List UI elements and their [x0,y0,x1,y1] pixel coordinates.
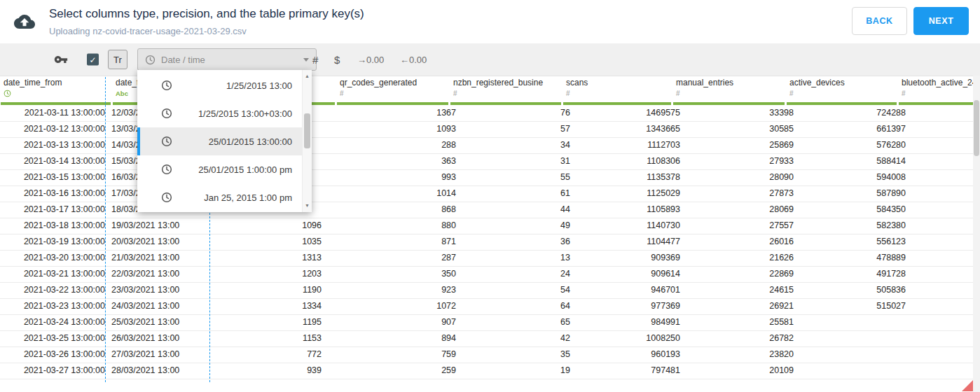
table-cell: 2021-03-13 13:00:00 [0,138,108,153]
table-cell: 2021-03-18 13:00:00 [0,218,108,234]
table-cell: 20/03/2021 13:00 [108,234,216,250]
table-cell: 1210573 [913,347,980,363]
number-type-button[interactable]: # [312,54,318,66]
table-cell: 28/03/2021 13:00 [108,363,216,379]
table-cell [801,347,913,363]
table-cell: 24 [464,267,577,282]
table-cell: 21626 [687,251,801,266]
table-cell: 588414 [801,154,913,169]
table-cell: 556123 [801,234,913,250]
table-cell: 1231104 [913,363,980,379]
table-cell: 1125029 [577,186,687,202]
table-cell: 576280 [801,138,913,153]
table-row: 2021-03-18 13:00:0019/03/2021 13:0010968… [0,218,980,234]
table-cell: 1229904 [913,218,980,234]
table-cell: 2021-03-22 13:00:00 [0,283,108,298]
dropdown-scrollbar[interactable]: ▲ ▼ [302,70,312,212]
currency-type-button[interactable]: $ [334,54,340,66]
table-cell: 2021-03-16 13:00:00 [0,186,108,202]
table-cell: 25869 [687,138,801,153]
number-type-indicator: # [789,89,895,98]
date-format-option[interactable]: 1/25/2015 13:00+03:00 [137,99,303,127]
table-cell: 19 [464,363,577,379]
table-cell: 26921 [687,299,801,314]
scroll-down-arrow-icon[interactable]: ▼ [303,202,312,210]
table-cell: 57 [464,122,577,137]
column-header-nzbn_registered_busine[interactable]: nzbn_registered_busine# [450,76,563,106]
decrease-precision-button[interactable]: ←0.00 [400,55,427,65]
table-cell: 515027 [801,299,913,314]
clock-icon [161,136,172,147]
table-cell: 939 [216,363,350,379]
date-format-option[interactable]: 1/25/2015 13:00 [137,71,303,99]
table-row: 2021-03-21 13:00:0022/03/2021 13:0012033… [0,267,980,283]
table-cell: 33398 [687,106,801,121]
back-button[interactable]: BACK [852,7,907,35]
date-format-option[interactable]: Jan 25, 2015 1:00 pm [137,183,303,211]
table-cell: 44 [464,202,577,218]
column-checkbox[interactable]: ✓ [87,54,99,66]
text-type-button[interactable]: Tr [108,50,127,69]
table-cell: 288 [350,138,464,153]
column-header-scans[interactable]: scans# [563,76,672,106]
table-cell: 661397 [801,122,913,137]
table-cell [801,315,913,330]
column-header-bluetooth_active_24_hr_[interactable]: bluetooth_active_24_hr_# [898,76,980,106]
table-cell: 27/03/2021 13:00 [108,347,216,363]
table-row: 2021-03-22 13:00:0023/03/2021 13:0011909… [0,283,980,299]
table-cell: 76 [464,106,577,121]
date-format-label: 25/01/2015 13:00:00 [209,136,292,147]
table-cell: 871 [350,234,464,250]
table-cell: 1203 [216,267,350,282]
table-cell: 28069 [687,202,801,218]
column-name: date_time_from [4,78,109,88]
table-row: 2021-03-23 13:00:0024/03/2021 13:0013341… [0,299,980,315]
table-cell: 26016 [687,234,801,250]
table-cell: 594008 [801,170,913,186]
column-header-qr_codes_generated[interactable]: qr_codes_generated# [336,76,450,106]
date-format-label: Jan 25, 2015 1:00 pm [204,192,292,203]
type-select[interactable]: Date / time [137,48,317,71]
date-format-option[interactable]: 25/01/2015 13:00:00 [137,127,303,155]
chevron-down-icon [303,58,309,62]
primary-key-icon[interactable] [53,52,69,66]
next-button[interactable]: NEXT [913,7,969,35]
column-name: nzbn_registered_busine [453,78,559,88]
column-header-manual_entries[interactable]: manual_entries# [672,76,786,106]
table-cell: 1171854 [913,315,980,330]
vertical-scrollbar-thumb[interactable] [974,100,979,156]
table-cell: 1469575 [577,106,687,121]
column-quality-bar [787,102,897,105]
table-cell: 1216460 [913,283,980,298]
increase-precision-button[interactable]: →0.00 [357,55,384,65]
table-cell: 26782 [687,331,801,346]
column-header-active_devices[interactable]: active_devices# [786,76,898,106]
table-cell: 35 [464,347,577,363]
table-cell: 13 [464,251,577,266]
table-cell: 984991 [577,315,687,330]
table-cell: 24/03/2021 13:00 [108,299,216,314]
table-cell: 1213891 [913,267,980,282]
table-cell: 1209602 [913,251,980,266]
column-header-date_time_from[interactable]: date_time_from [0,76,112,106]
table-cell: 2021-03-17 13:00:00 [0,202,108,218]
table-cell: 1093 [350,122,464,137]
table-cell: 1014 [350,186,464,202]
upload-status-text: Uploading nz-covid-tracer-usage-2021-03-… [49,26,247,36]
table-cell: 909614 [577,267,687,282]
table-cell: 587890 [801,186,913,202]
table-cell: 2021-03-14 13:00:00 [0,154,108,169]
clock-icon [161,80,172,91]
dropdown-scrollbar-thumb[interactable] [304,113,310,148]
table-cell: 54 [464,283,577,298]
column-quality-bar [673,102,785,105]
date-format-option[interactable]: 25/01/2015 1:00:00 pm [137,155,303,183]
column-quality-bar [1,102,111,105]
page-title: Select columns type, precision, and the … [49,7,364,21]
vertical-scrollbar[interactable] [973,76,980,392]
clock-icon [161,164,172,175]
table-cell: 907 [350,315,464,330]
table-cell: 27557 [687,218,801,234]
scroll-up-arrow-icon[interactable]: ▲ [303,72,312,80]
table-cell: 993 [350,170,464,186]
